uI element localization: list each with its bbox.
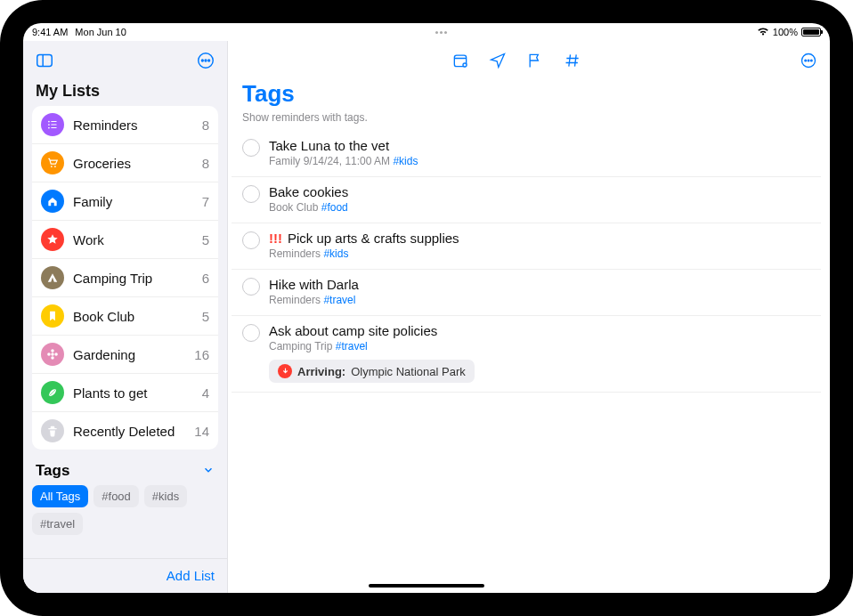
sidebar-list-item[interactable]: Plants to get4 [32, 373, 218, 411]
svg-rect-7 [51, 121, 56, 122]
svg-point-29 [805, 60, 807, 61]
leaf-icon [41, 381, 64, 404]
main-panel: Tags Show reminders with tags. Take Luna… [228, 41, 830, 593]
reminder-meta: Book Club #food [269, 201, 816, 214]
svg-point-4 [205, 60, 207, 61]
sidebar-list-item[interactable]: Work5 [32, 220, 218, 258]
reminder-row[interactable]: Take Luna to the vetFamily 9/14/24, 11:0… [232, 131, 821, 177]
tent-icon [41, 266, 64, 289]
my-lists-heading: My Lists [23, 78, 227, 106]
page-subtitle: Show reminders with tags. [228, 108, 830, 131]
cart-icon [41, 151, 64, 174]
add-list-button[interactable]: Add List [167, 568, 215, 583]
sidebar-toggle-button[interactable] [32, 48, 57, 73]
reminder-row[interactable]: Ask about camp site policiesCamping Trip… [232, 316, 821, 393]
reminder-tag[interactable]: #food [321, 201, 348, 214]
reminder-tag[interactable]: #travel [323, 294, 355, 306]
reminder-tag[interactable]: #travel [336, 340, 368, 353]
complete-radio[interactable] [242, 324, 260, 342]
reminder-title: Take Luna to the vet [269, 138, 816, 153]
reminder-title: !!!Pick up arts & crafts supplies [269, 231, 816, 246]
home-icon [41, 190, 64, 213]
svg-point-31 [811, 60, 813, 61]
list-count: 8 [202, 156, 209, 171]
reminder-meta: Camping Trip #travel [269, 340, 816, 353]
list-name: Family [73, 194, 202, 209]
toolbar-flag-icon[interactable] [526, 52, 544, 69]
home-indicator[interactable] [369, 584, 484, 588]
list-name: Groceries [73, 156, 202, 171]
complete-radio[interactable] [242, 278, 260, 296]
reminder-row[interactable]: !!!Pick up arts & crafts suppliesReminde… [232, 223, 821, 270]
status-bar: 9:41 AM Mon Jun 10 100% [23, 23, 830, 41]
status-time: 9:41 AM [32, 27, 68, 37]
svg-point-5 [208, 60, 210, 61]
svg-point-16 [51, 356, 54, 360]
reminder-meta: Reminders #kids [269, 247, 816, 260]
svg-point-30 [808, 60, 809, 61]
sidebar-list-item[interactable]: Book Club5 [32, 296, 218, 335]
list-name: Gardening [73, 347, 194, 362]
list-count: 6 [202, 271, 209, 286]
svg-rect-0 [37, 55, 53, 67]
list-count: 8 [202, 118, 209, 133]
list-count: 5 [202, 309, 209, 324]
location-pill[interactable]: Arriving: Olympic National Park [269, 360, 475, 383]
svg-point-6 [48, 121, 50, 123]
toolbar-today-icon[interactable] [451, 52, 469, 69]
sidebar: My Lists Reminders8Groceries8Family7Work… [23, 41, 228, 593]
tag-chip[interactable]: All Tags [32, 485, 88, 507]
tag-chip[interactable]: #food [93, 485, 139, 507]
svg-point-8 [48, 124, 50, 126]
complete-radio[interactable] [242, 185, 260, 203]
complete-radio[interactable] [242, 139, 260, 157]
reminder-tag[interactable]: #kids [393, 155, 418, 167]
sidebar-list-item[interactable]: Gardening16 [32, 335, 218, 373]
svg-rect-11 [51, 127, 56, 128]
sidebar-list-item[interactable]: Groceries8 [32, 143, 218, 182]
toolbar-location-icon[interactable] [489, 52, 507, 69]
flower-icon [41, 343, 64, 366]
svg-line-25 [575, 54, 577, 66]
sidebar-more-button[interactable] [193, 48, 218, 73]
complete-radio[interactable] [242, 231, 260, 249]
sidebar-list-item[interactable]: Recently Deleted14 [32, 411, 218, 450]
tags-collapse-button[interactable] [202, 464, 215, 479]
svg-point-12 [51, 166, 53, 167]
multitask-dots[interactable] [126, 31, 757, 34]
reminder-row[interactable]: Hike with DarlaReminders #travel [232, 270, 821, 316]
list-count: 5 [202, 232, 209, 247]
reminder-title: Ask about camp site policies [269, 323, 816, 338]
reminder-meta: Family 9/14/24, 11:00 AM #kids [269, 155, 816, 167]
main-more-button[interactable] [796, 48, 821, 73]
toolbar-tag-icon[interactable] [564, 52, 581, 69]
reminder-tag[interactable]: #kids [323, 247, 348, 260]
svg-point-18 [54, 353, 58, 356]
tag-chip[interactable]: #travel [32, 513, 83, 535]
svg-point-10 [48, 127, 50, 129]
svg-point-15 [51, 349, 54, 353]
svg-rect-9 [51, 124, 56, 125]
list-icon [41, 113, 64, 136]
list-count: 7 [202, 194, 209, 209]
tag-chip[interactable]: #kids [144, 485, 187, 507]
list-name: Reminders [73, 118, 202, 133]
reminder-row[interactable]: Bake cookiesBook Club #food [232, 177, 821, 223]
svg-line-24 [569, 54, 571, 66]
page-title: Tags [228, 77, 830, 108]
list-name: Plants to get [73, 385, 202, 401]
sidebar-list-item[interactable]: Camping Trip6 [32, 258, 218, 296]
list-count: 14 [194, 424, 209, 439]
svg-point-3 [201, 60, 203, 61]
list-name: Book Club [73, 309, 202, 324]
sidebar-list-item[interactable]: Family7 [32, 182, 218, 220]
location-arrive-icon [278, 364, 292, 378]
priority-indicator: !!! [269, 231, 282, 246]
reminder-title: Bake cookies [269, 184, 816, 199]
sidebar-list-item[interactable]: Reminders8 [32, 106, 218, 143]
reminder-title: Hike with Darla [269, 277, 816, 292]
svg-point-17 [47, 353, 51, 356]
bookmark-icon [41, 304, 64, 328]
list-name: Camping Trip [73, 271, 202, 286]
battery-percent: 100% [773, 27, 798, 37]
